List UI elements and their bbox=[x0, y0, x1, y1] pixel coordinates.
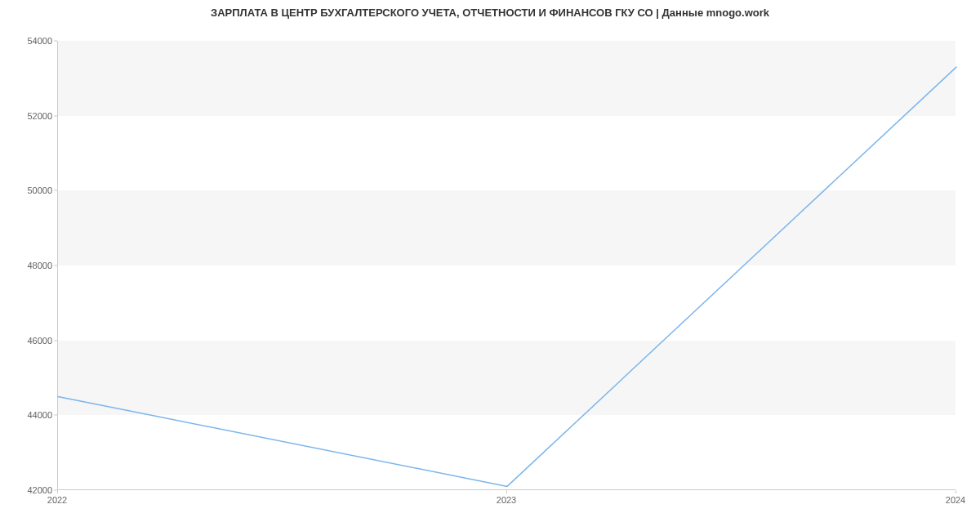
y-tick-label: 46000 bbox=[3, 336, 52, 346]
y-tick-label: 42000 bbox=[3, 485, 52, 495]
line-layer bbox=[58, 41, 956, 489]
y-tick-label: 54000 bbox=[3, 36, 52, 46]
x-tick-label: 2023 bbox=[497, 495, 516, 505]
chart-title: ЗАРПЛАТА В ЦЕНТР БУХГАЛТЕРСКОГО УЧЕТА, О… bbox=[0, 7, 980, 19]
plot-area bbox=[57, 41, 956, 490]
x-tick-mark bbox=[956, 490, 956, 493]
y-tick-label: 52000 bbox=[3, 111, 52, 121]
chart-container: ЗАРПЛАТА В ЦЕНТР БУХГАЛТЕРСКОГО УЧЕТА, О… bbox=[0, 0, 980, 531]
y-tick-label: 48000 bbox=[3, 261, 52, 270]
x-tick-label: 2024 bbox=[946, 495, 965, 505]
x-tick-mark bbox=[506, 490, 507, 493]
y-tick-label: 44000 bbox=[3, 410, 52, 420]
x-tick-label: 2022 bbox=[47, 495, 67, 505]
x-tick-mark bbox=[57, 490, 58, 493]
series-line bbox=[58, 67, 956, 486]
y-tick-label: 50000 bbox=[3, 185, 52, 195]
